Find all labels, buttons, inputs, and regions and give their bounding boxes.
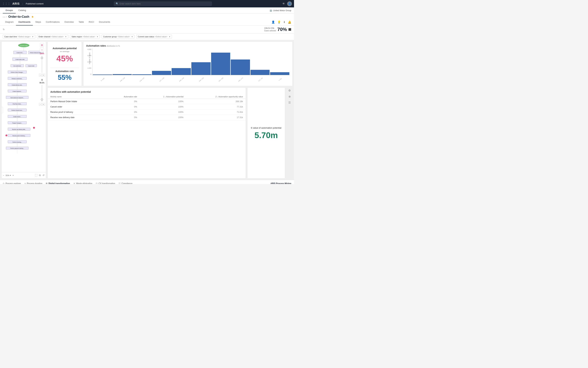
auto-rate-title: Automation rate	[55, 70, 74, 73]
bottom-tab-waste-elimination[interactable]: ✕ Waste elimination	[73, 182, 92, 184]
filter-arrow-case-start: ▼	[32, 36, 34, 38]
refresh-icon[interactable]: ↻	[3, 28, 5, 31]
process-explorer-icon: ⊙	[3, 182, 4, 184]
bulb-icon[interactable]: 💡	[277, 20, 281, 24]
avatar[interactable]: 👤	[287, 1, 292, 6]
export-icon[interactable]: ⬛	[288, 28, 291, 31]
zoom-dropdown-arrow[interactable]: ▼	[10, 175, 11, 176]
activity-value-1: 268.18k	[186, 99, 246, 104]
bottom-tab-process-duration[interactable]: ⧖ Process duration	[24, 182, 42, 184]
forward-button[interactable]: ›	[4, 16, 5, 18]
tab-diagram[interactable]: Diagram	[3, 18, 16, 26]
content-right-actions: 👤 💡 ⬇ 🔔	[271, 20, 291, 24]
collapse-panel-button[interactable]: ‹	[1, 107, 3, 113]
zoom-level-display: 31% ▼	[6, 174, 11, 176]
aris-brand: ARIS Process Mining	[271, 182, 291, 184]
chart-container: 4,000 3,000 2,000 1,000 0 Number of case…	[86, 48, 290, 80]
fit-screen-icon[interactable]: ⛶	[35, 174, 37, 177]
bottom-tab-digital-transformation[interactable]: ⊞ Digital transformation	[46, 182, 70, 184]
map-bottom-icons: ⛶ ⧉ ↺	[35, 174, 45, 177]
filter-current-case-status[interactable]: Current case status <Select value> ▼	[136, 35, 172, 38]
circle-view-icon[interactable]: ○	[40, 48, 44, 52]
activity-rate-2: 0%	[106, 104, 140, 110]
digital-transformation-label: Digital transformation	[48, 182, 70, 184]
back-button[interactable]: ‹	[3, 16, 4, 18]
tab-table[interactable]: Table	[76, 18, 86, 26]
process-explorer-label: Process explorer	[6, 182, 21, 184]
table-row: Cancel order 0% 100% 77.31k	[48, 104, 246, 110]
zoom-plus-bottom[interactable]: +	[42, 103, 45, 106]
eye-icon[interactable]: 👁	[282, 2, 285, 5]
bar-7	[211, 53, 230, 75]
tab-raci[interactable]: RACI	[86, 18, 96, 26]
bar-group-7	[211, 53, 230, 75]
bottom-tab-process-explorer[interactable]: ⊙ Process explorer	[3, 182, 21, 184]
bottom-tab-cx-transformation[interactable]: ⊡ CX transformation	[96, 182, 115, 184]
slider-thumb-bottom[interactable]	[41, 99, 43, 101]
tab-dashboards[interactable]: Dashboards	[16, 18, 33, 26]
grid-view-icon[interactable]: ⊞	[40, 43, 44, 47]
person-icon[interactable]: 👤	[271, 20, 275, 24]
bottom-tab-list: ⊙ Process explorer ⧖ Process duration ⊞ …	[3, 182, 132, 184]
zoom-minus-top[interactable]: −	[39, 74, 42, 76]
auto-potential-value: 45%	[56, 55, 73, 63]
zoom-minus-bottom[interactable]: −	[39, 103, 42, 106]
bottom-tab-compliance[interactable]: ☑ Compliance	[119, 182, 132, 184]
bar-8	[231, 59, 250, 75]
tab-catalog[interactable]: Catalog	[16, 7, 29, 13]
auto-rates-title: Automation rates	[86, 44, 106, 47]
activity-potential-1: 100%	[140, 99, 186, 104]
share-icon[interactable]: ↺	[43, 174, 45, 177]
svg-text:Perform Dunning...: Perform Dunning...	[13, 141, 22, 143]
filter-value-case-start: <Select range>	[18, 36, 31, 38]
aris-logo: ARIS	[12, 2, 20, 5]
tab-groups[interactable]: Groups	[3, 7, 16, 13]
main-content: ‹ Process start Create EOC... Perform Ma…	[0, 40, 294, 180]
org-selector[interactable]: 🏢 United Motor Group	[270, 9, 291, 12]
svg-text:Create Shipment...: Create Shipment...	[13, 91, 22, 92]
slider-thumb-top[interactable]	[41, 57, 43, 59]
search-bar[interactable]: 🔍	[114, 1, 212, 6]
zoom-plus-top[interactable]: +	[42, 74, 45, 76]
favorite-star[interactable]: ★	[31, 15, 34, 18]
svg-text:Create EOC...: Create EOC...	[17, 52, 24, 53]
filter-order-channel[interactable]: Order channel <Select value> ▼	[37, 35, 68, 38]
compliance-icon: ☑	[119, 182, 120, 184]
zoom-out-button[interactable]: −	[3, 174, 4, 177]
download-icon[interactable]: ⬇	[283, 20, 285, 24]
search-input[interactable]	[119, 3, 210, 5]
filter-icon[interactable]: ⚙	[288, 89, 291, 92]
page-title: Published content	[26, 2, 44, 5]
list-icon[interactable]: ☰	[288, 101, 291, 104]
bars-relative-container: Number of cases	[92, 48, 290, 78]
svg-text:Create delivery note...: Create delivery note...	[12, 84, 23, 86]
slider-bottom-arrow: ⬇	[41, 79, 43, 81]
filter-customer-group[interactable]: Customer group <Select value> ▼	[102, 35, 135, 38]
activity-name-2: Cancel order	[48, 104, 106, 110]
slider-track-bottom[interactable]	[42, 85, 42, 102]
table-row: Receive new delivery date 0% 100% 17.31k	[48, 115, 246, 120]
tab-confirmations[interactable]: Confirmations	[43, 18, 62, 26]
tab-overview[interactable]: Overview	[62, 18, 76, 26]
activity-value-2: 77.31k	[186, 104, 246, 110]
up-button[interactable]: ↑	[6, 16, 7, 18]
layers-icon[interactable]: ⧉	[39, 174, 41, 177]
y-label-4000: 4,000	[86, 48, 91, 50]
bars-row	[92, 48, 290, 75]
svg-text:Release credit block...: Release credit block...	[12, 78, 23, 79]
tab-documents[interactable]: Documents	[96, 18, 113, 26]
menu-icon[interactable]: ⋮⋮⋮	[2, 2, 10, 5]
activity-value-3: 71.81k	[186, 110, 246, 115]
zoom-in-button[interactable]: +	[13, 174, 14, 177]
tab-steps[interactable]: Steps	[33, 18, 43, 26]
filter-sales-region[interactable]: Sales region <Select value> ▼	[70, 35, 100, 38]
bell-icon[interactable]: 🔔	[288, 20, 291, 24]
process-map[interactable]: Process start Create EOC... Perform Manu…	[1, 42, 46, 172]
svg-text:Perform Goods Issue...: Perform Goods Issue...	[11, 110, 23, 111]
slider-track-top[interactable]	[42, 55, 42, 73]
activity-rate-4: 0%	[106, 115, 140, 120]
filter-case-start-time[interactable]: Case start time <Select range> ▼	[3, 35, 35, 38]
col-automation-rate: Automation rate	[106, 95, 140, 99]
hierarchy-icon[interactable]: ⊕	[289, 95, 291, 98]
table-row: Perform Manual Order Intake 0% 100% 268.…	[48, 99, 246, 104]
